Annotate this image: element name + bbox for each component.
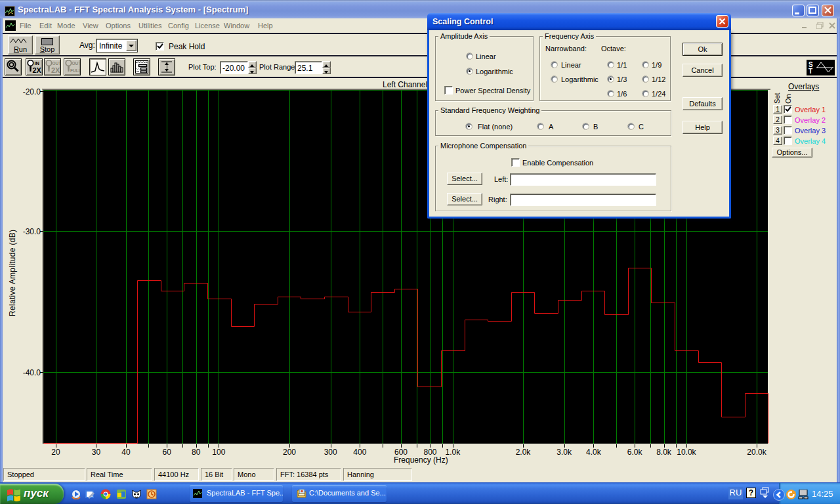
svg-text:T: T — [808, 68, 812, 75]
svg-text:2X: 2X — [33, 66, 42, 74]
svg-text:OUT: OUT — [72, 61, 81, 66]
svg-text:2X: 2X — [51, 66, 60, 74]
svg-text:FULL: FULL — [70, 68, 80, 73]
svg-text:OUT: OUT — [52, 61, 61, 66]
